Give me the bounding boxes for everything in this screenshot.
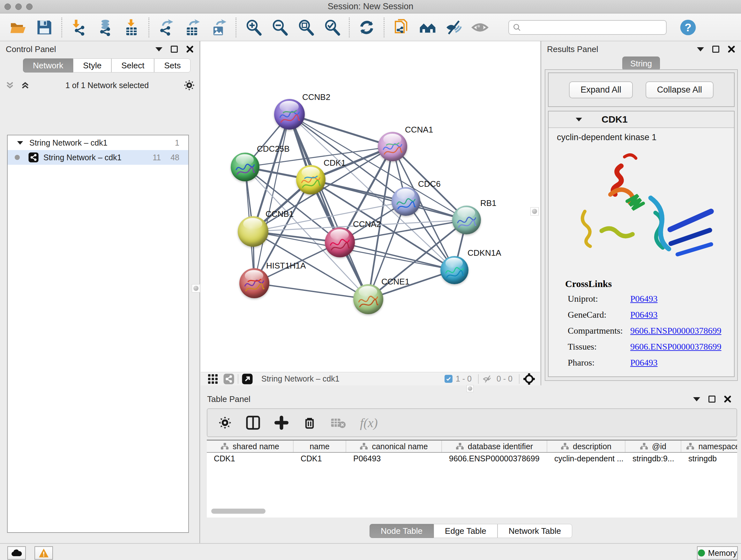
open-session-button[interactable] xyxy=(8,17,28,37)
section-expander-icon[interactable] xyxy=(576,118,582,121)
left-splitter-handle[interactable] xyxy=(192,284,200,293)
float-panel-icon[interactable] xyxy=(693,397,700,401)
cloud-status-button[interactable] xyxy=(7,546,26,560)
node-CDC25B[interactable] xyxy=(231,152,259,181)
tab-network-table[interactable]: Network Table xyxy=(497,524,572,538)
network-overview-icon[interactable] xyxy=(223,373,234,385)
table-options-gear-icon[interactable] xyxy=(218,416,232,429)
node-HIST1H1A[interactable] xyxy=(239,268,269,298)
table-cell[interactable]: stringdb:9... xyxy=(625,453,681,464)
zoom-in-button[interactable] xyxy=(244,17,263,37)
node-CDK1[interactable] xyxy=(296,165,326,194)
grid-view-icon[interactable] xyxy=(207,373,219,385)
column-header-description[interactable]: description xyxy=(547,441,625,452)
table-cell[interactable]: cyclin-dependent ... xyxy=(547,453,625,464)
memory-button[interactable]: Memory xyxy=(697,546,738,560)
help-button[interactable]: ? xyxy=(678,17,698,37)
table-cell[interactable]: stringdb xyxy=(681,453,737,464)
maximize-panel-icon[interactable] xyxy=(171,46,178,53)
table-cell[interactable]: P06493 xyxy=(346,453,442,464)
column-header-name[interactable]: name xyxy=(293,441,346,452)
float-panel-icon[interactable] xyxy=(155,47,162,51)
import-table-button[interactable] xyxy=(122,17,141,37)
network-nodes: CCNB2CCNA1CDC25BCDK1CDC6RB1CCNB1CCNA2CDK… xyxy=(201,41,540,372)
column-header-@id[interactable]: @id xyxy=(625,441,681,452)
hide-selected-button[interactable] xyxy=(444,17,464,37)
birdseye-crosshair-icon[interactable] xyxy=(523,373,536,385)
selected-checkbox-icon[interactable] xyxy=(445,375,453,383)
table-cell[interactable]: 9606.ENSP00000378699 xyxy=(442,453,547,464)
delete-column-trash-icon[interactable] xyxy=(302,416,317,430)
node-CCNA2[interactable] xyxy=(325,227,355,257)
tab-network[interactable]: Network xyxy=(23,58,73,72)
crosslink-link[interactable]: P06493 xyxy=(630,294,658,304)
zoom-selected-button[interactable] xyxy=(322,17,342,37)
column-header-namespace[interactable]: namespace xyxy=(681,441,737,452)
crosslink-link[interactable]: P06493 xyxy=(630,310,658,320)
home-button[interactable] xyxy=(418,17,437,37)
clone-network-button[interactable] xyxy=(392,17,411,37)
hierarchy-icon xyxy=(456,442,464,450)
tab-edge-table[interactable]: Edge Table xyxy=(434,524,497,538)
node-CCNB1[interactable] xyxy=(238,216,268,247)
warnings-button[interactable] xyxy=(35,546,53,560)
detach-view-icon[interactable] xyxy=(242,373,253,385)
collection-count: 1 xyxy=(175,138,179,147)
tab-style[interactable]: Style xyxy=(73,58,111,72)
table-cell[interactable]: CDK1 xyxy=(207,453,293,464)
refresh-button[interactable] xyxy=(357,17,377,37)
crosslink-link[interactable]: P06493 xyxy=(630,358,658,368)
export-network-button[interactable] xyxy=(156,17,176,37)
collapse-all-button[interactable]: Collapse All xyxy=(646,81,714,98)
tab-select[interactable]: Select xyxy=(111,58,154,72)
save-session-button[interactable] xyxy=(35,17,54,37)
create-column-plus-icon[interactable] xyxy=(274,416,288,430)
expand-all-button[interactable]: Expand All xyxy=(569,81,633,98)
search-input[interactable] xyxy=(521,23,658,32)
column-header-canonical-name[interactable]: canonical name xyxy=(346,441,442,452)
network-row[interactable]: String Network – cdk1 11 48 xyxy=(8,150,188,165)
network-collection-row[interactable]: String Network – cdk1 1 xyxy=(8,135,188,150)
column-header-database-identifier[interactable]: database identifier xyxy=(442,441,547,452)
show-all-button[interactable] xyxy=(470,17,490,37)
export-table-button[interactable] xyxy=(183,17,202,37)
right-splitter-handle[interactable] xyxy=(530,207,539,215)
import-network-file-button[interactable] xyxy=(69,17,89,37)
tab-sets[interactable]: Sets xyxy=(154,58,191,72)
horizontal-scrollbar[interactable] xyxy=(211,509,266,514)
gear-icon[interactable] xyxy=(184,79,195,91)
crosslink-link[interactable]: 9606.ENSP00000378699 xyxy=(630,341,721,352)
node-CCNA1[interactable] xyxy=(378,132,407,161)
collection-expander-icon[interactable] xyxy=(17,141,23,144)
crosslink-link[interactable]: 9606.ENSP00000378699 xyxy=(630,326,721,335)
tab-node-table[interactable]: Node Table xyxy=(369,524,434,538)
zoom-out-button[interactable] xyxy=(270,17,289,37)
table-cell[interactable]: CDK1 xyxy=(293,453,346,464)
bottom-splitter-handle[interactable] xyxy=(467,385,474,392)
gene-section-header[interactable]: CDK1 xyxy=(549,111,734,128)
export-image-button[interactable] xyxy=(209,17,228,37)
import-network-database-button[interactable] xyxy=(95,17,115,37)
node-CDKN1A[interactable] xyxy=(441,256,468,284)
float-panel-icon[interactable] xyxy=(697,47,704,51)
node-CDC6[interactable] xyxy=(392,187,420,216)
expand-all-icon[interactable] xyxy=(20,80,30,90)
tab-string[interactable]: String xyxy=(622,57,660,71)
zoom-fit-button[interactable] xyxy=(296,17,316,37)
memory-label: Memory xyxy=(708,549,737,558)
protein-ribbon-icon xyxy=(444,264,465,279)
node-RB1[interactable] xyxy=(452,206,481,234)
collapse-all-icon[interactable] xyxy=(4,80,15,90)
show-columns-icon[interactable] xyxy=(246,415,260,430)
node-CCNB2[interactable] xyxy=(274,99,305,130)
maximize-panel-icon[interactable] xyxy=(709,395,716,402)
string-results-container: Expand All Collapse All CDK1 cyclin-depe… xyxy=(545,69,738,381)
close-panel-icon[interactable] xyxy=(728,45,735,53)
close-panel-icon[interactable] xyxy=(186,45,194,53)
close-panel-icon[interactable] xyxy=(724,395,731,403)
table-row[interactable]: CDK1CDK1P064939606.ENSP00000378699cyclin… xyxy=(207,453,737,464)
maximize-panel-icon[interactable] xyxy=(712,46,719,53)
network-canvas[interactable]: CCNB2CCNA1CDC25BCDK1CDC6RB1CCNB1CCNA2CDK… xyxy=(201,41,540,372)
column-header-shared-name[interactable]: shared name xyxy=(207,441,293,452)
node-CCNE1[interactable] xyxy=(353,284,383,314)
